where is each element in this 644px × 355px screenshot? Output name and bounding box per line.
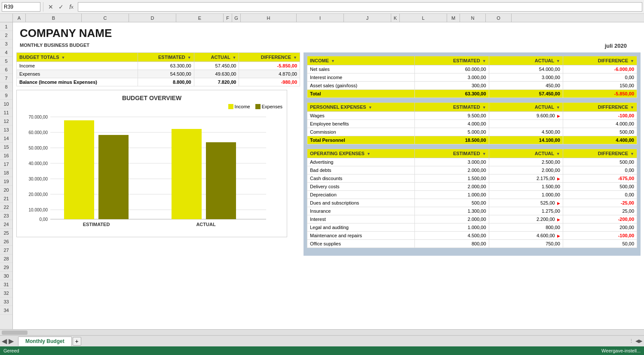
personnel-col4-header[interactable]: DIFFERENCE ▼ (563, 103, 637, 112)
row-6[interactable]: 6 (0, 65, 12, 74)
row-29[interactable]: 29 (0, 263, 12, 272)
row-31[interactable]: 31 (0, 280, 12, 289)
col-header-k[interactable]: K (391, 14, 400, 22)
personnel-filter-1[interactable]: ▼ (368, 105, 372, 110)
office-supplies-difference: 50,00 (563, 240, 637, 248)
filter-arrow-3[interactable]: ▼ (233, 55, 236, 60)
col-header-c[interactable]: C (82, 14, 129, 22)
scroll-thumb[interactable] (2, 331, 28, 335)
col-header-h[interactable]: H (241, 14, 297, 22)
operating-filter-3[interactable]: ▼ (556, 152, 560, 156)
bad-debts-label: Bad debts (307, 166, 415, 174)
horizontal-scrollbar[interactable] (0, 329, 644, 335)
income-filter-4[interactable]: ▼ (630, 59, 634, 63)
col-header-i[interactable]: I (297, 14, 344, 22)
col-header-e[interactable]: E (176, 14, 224, 22)
row-10[interactable]: 10 (0, 100, 12, 108)
col-header-n[interactable]: N (460, 14, 486, 22)
cancel-icon[interactable]: ✕ (46, 2, 55, 12)
col-header-m[interactable]: M (447, 14, 460, 22)
budget-totals-col3-header[interactable]: ACTUAL ▼ (194, 53, 239, 62)
delivery-costs-actual: 1.500,00 (489, 183, 563, 191)
row-19[interactable]: 19 (0, 177, 12, 186)
operating-col4-header[interactable]: DIFFERENCE ▼ (563, 149, 637, 158)
table-row: Expenses 54.500,00 49.630,00 4.870,00 (17, 70, 300, 78)
row-5[interactable]: 5 (0, 57, 12, 65)
net-sales-estimated: 60.000,00 (415, 65, 489, 73)
col-header-b[interactable]: B (26, 14, 82, 22)
col-header-g[interactable]: G (232, 14, 241, 22)
row-20[interactable]: 20 (0, 186, 12, 194)
income-col4-header[interactable]: DIFFERENCE ▼ (563, 56, 637, 65)
filter-arrow-4[interactable]: ▼ (293, 55, 297, 60)
row-25[interactable]: 25 (0, 229, 12, 237)
row-7[interactable]: 7 (0, 74, 12, 83)
personnel-col2-header[interactable]: ESTIMATED ▼ (415, 103, 489, 112)
personnel-filter-4[interactable]: ▼ (630, 105, 634, 110)
personnel-col1-header[interactable]: PERSONNEL EXPENSES ▼ (307, 103, 415, 112)
row-3[interactable]: 3 (0, 40, 12, 48)
row-18[interactable]: 18 (0, 168, 12, 177)
add-sheet-button[interactable]: + (73, 337, 81, 346)
income-col1-header[interactable]: INCOME ▼ (307, 56, 415, 65)
function-icon[interactable]: fx (67, 2, 76, 12)
row-34[interactable]: 34 (0, 306, 12, 315)
formula-input[interactable] (78, 2, 642, 12)
operating-col3-header[interactable]: ACTUAL ▼ (489, 149, 563, 158)
col-header-f[interactable]: F (224, 14, 232, 22)
row-26[interactable]: 26 (0, 237, 12, 246)
personnel-filter-3[interactable]: ▼ (556, 105, 560, 110)
filter-arrow-2[interactable]: ▼ (187, 55, 191, 60)
row-27[interactable]: 27 (0, 246, 12, 254)
row-22[interactable]: 22 (0, 203, 12, 211)
col-header-l[interactable]: L (400, 14, 447, 22)
confirm-icon[interactable]: ✓ (56, 2, 66, 12)
row-1[interactable]: 1 (0, 22, 12, 31)
row-33[interactable]: 33 (0, 297, 12, 306)
col-header-a[interactable]: A (13, 14, 26, 22)
operating-col2-header[interactable]: ESTIMATED ▼ (415, 149, 489, 158)
col-header-j[interactable]: J (344, 14, 391, 22)
row-23[interactable]: 23 (0, 211, 12, 220)
row-32[interactable]: 32 (0, 289, 12, 297)
monthly-budget-tab[interactable]: Monthly Budget (18, 337, 72, 346)
row-15[interactable]: 15 (0, 143, 12, 151)
budget-totals-col1-header[interactable]: BUDGET TOTALS ▼ (17, 53, 138, 62)
operating-col1-header[interactable]: OPERATING EXPENSES ▼ (307, 149, 415, 158)
row-24[interactable]: 24 (0, 220, 12, 229)
budget-totals-col2-header[interactable]: ESTIMATED ▼ (138, 53, 194, 62)
row-13[interactable]: 13 (0, 125, 12, 134)
row-28[interactable]: 28 (0, 254, 12, 263)
col-header-o[interactable]: O (486, 14, 512, 22)
row-17[interactable]: 17 (0, 160, 12, 168)
income-col2-header[interactable]: ESTIMATED ▼ (415, 56, 489, 65)
bad-debts-estimated: 2.000,00 (415, 166, 489, 174)
filter-arrow-1[interactable]: ▼ (61, 55, 65, 60)
name-box[interactable] (2, 2, 40, 12)
income-filter-2[interactable]: ▼ (482, 59, 486, 63)
row-2[interactable]: 2 (0, 31, 12, 40)
row-12[interactable]: 12 (0, 117, 12, 125)
personnel-col3-header[interactable]: ACTUAL ▼ (489, 103, 563, 112)
personnel-filter-2[interactable]: ▼ (482, 105, 486, 110)
income-col3-header[interactable]: ACTUAL ▼ (489, 56, 563, 65)
budget-totals-col4-header[interactable]: DIFFERENCE ▼ (239, 53, 300, 62)
income-filter-3[interactable]: ▼ (556, 59, 560, 63)
operating-filter-4[interactable]: ▼ (630, 152, 634, 156)
next-sheet-icon[interactable]: ▶ (9, 337, 14, 345)
row-9[interactable]: 9 (0, 91, 12, 100)
row-30[interactable]: 30 (0, 272, 12, 280)
row-4[interactable]: 4 (0, 48, 12, 57)
income-filter-1[interactable]: ▼ (331, 59, 335, 63)
col-header-d[interactable]: D (129, 14, 176, 22)
row-14[interactable]: 14 (0, 134, 12, 143)
prev-sheet-icon[interactable]: ◀ (2, 337, 7, 345)
svg-text:ACTUAL: ACTUAL (196, 222, 215, 227)
row-16[interactable]: 16 (0, 151, 12, 160)
operating-filter-1[interactable]: ▼ (367, 152, 371, 156)
row-11[interactable]: 11 (0, 108, 12, 117)
income-estimated: 63.300,00 (138, 62, 194, 70)
row-8[interactable]: 8 (0, 83, 12, 91)
row-21[interactable]: 21 (0, 194, 12, 203)
operating-filter-2[interactable]: ▼ (482, 152, 486, 156)
